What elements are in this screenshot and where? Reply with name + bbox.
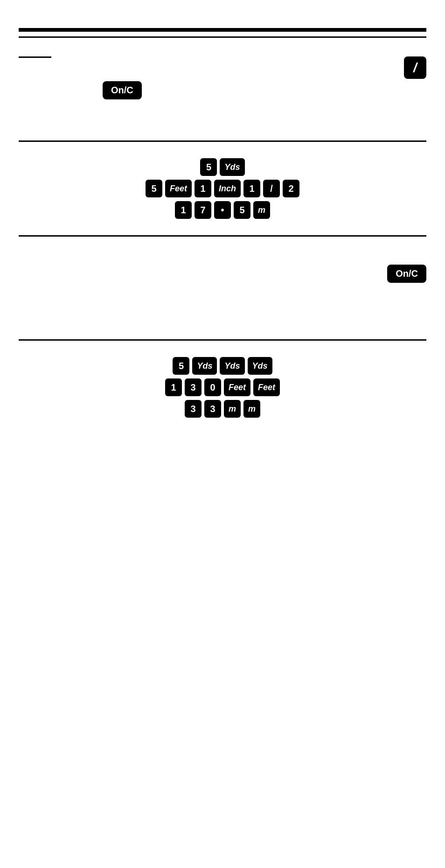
key-5-1[interactable]: 5 [200,158,217,176]
key-inch-1[interactable]: Inch [214,180,241,197]
key-m-2[interactable]: m [224,400,241,418]
display-row-2-3: 3 3 m m [185,400,260,418]
key-5-3[interactable]: 5 [234,201,250,219]
key-1-2[interactable]: 1 [243,180,260,197]
key-feet-1[interactable]: Feet [165,180,192,197]
key-5-4[interactable]: 5 [173,357,189,375]
page-container: / On/C 5 Yds 5 Feet 1 Inch 1 / 2 1 7 • [0,28,445,868]
section1-content: / On/C [19,38,426,131]
top-border-thick [19,28,426,32]
section2-content: On/C [19,246,426,330]
display-row-2-1: 5 Yds Yds Yds [173,357,272,375]
key-yds-1[interactable]: Yds [220,158,244,176]
key-5-2[interactable]: 5 [146,180,162,197]
key-3-3[interactable]: 3 [204,400,221,418]
key-1-4[interactable]: 1 [165,378,182,396]
display-area-2: 5 Yds Yds Yds 1 3 0 Feet Feet 3 3 m m [19,350,426,425]
key-3-1[interactable]: 3 [185,378,202,396]
key-3-2[interactable]: 3 [185,400,202,418]
short-line [19,56,51,58]
display-area-1: 5 Yds 5 Feet 1 Inch 1 / 2 1 7 • 5 m [19,151,426,226]
key-dot-1[interactable]: • [214,201,231,219]
divider-2 [19,235,426,237]
key-feet-2[interactable]: Feet [224,378,250,396]
divider-3 [19,339,426,341]
display-row-1-1: 5 Yds [200,158,244,176]
key-yds-3[interactable]: Yds [220,357,244,375]
slash-icon: / [413,61,417,74]
key-1-3[interactable]: 1 [175,201,192,219]
slash-button[interactable]: / [404,56,426,79]
display-row-1-2: 5 Feet 1 Inch 1 / 2 [146,180,299,197]
key-1-1[interactable]: 1 [195,180,211,197]
key-feet-3[interactable]: Feet [253,378,280,396]
key-m-3[interactable]: m [243,400,260,418]
on-c-button-2[interactable]: On/C [387,265,426,283]
key-m-1[interactable]: m [253,201,270,219]
display-row-2-2: 1 3 0 Feet Feet [165,378,280,396]
key-7-1[interactable]: 7 [195,201,211,219]
key-2-1[interactable]: 2 [283,180,299,197]
on-c-button-1[interactable]: On/C [103,81,142,99]
display-row-1-3: 1 7 • 5 m [175,201,270,219]
key-yds-4[interactable]: Yds [248,357,272,375]
key-slash-1[interactable]: / [263,180,280,197]
key-yds-2[interactable]: Yds [192,357,217,375]
key-0-1[interactable]: 0 [204,378,221,396]
divider-1 [19,140,426,142]
